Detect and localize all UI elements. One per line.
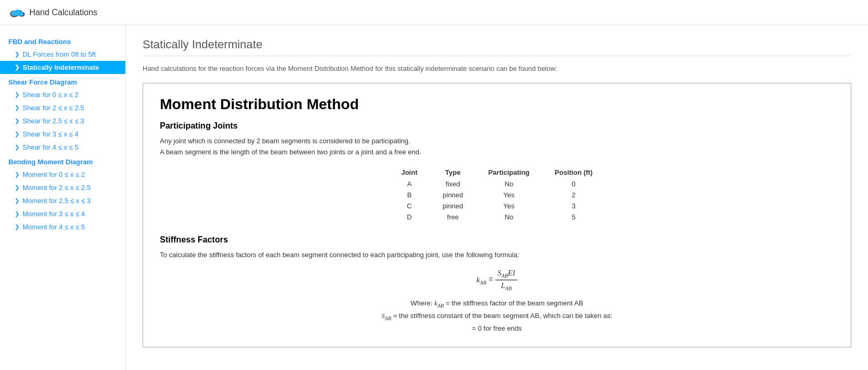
col-participating: Participating	[476, 166, 542, 178]
sidebar-item-moment-2.5-3[interactable]: ❯ Moment for 2.5 ≤ x ≤ 3	[0, 194, 125, 207]
chevron-icon: ❯	[15, 104, 19, 111]
logo-area: Hand Calculations	[8, 4, 97, 21]
stiffness-title: Stiffness Factors	[160, 235, 834, 245]
app-title: Hand Calculations	[29, 8, 97, 17]
col-type: Type	[430, 166, 476, 178]
skyciv-logo-icon	[8, 4, 25, 21]
stiffness-formula: kAB = SABEI LAB	[160, 269, 834, 291]
col-joint: Joint	[388, 166, 430, 178]
sidebar-item-shear-2-2.5[interactable]: ❯ Shear for 2 ≤ x ≤ 2.5	[0, 101, 125, 114]
chevron-icon: ❯	[15, 224, 19, 230]
sidebar-item-moment-4-5[interactable]: ❯ Moment for 4 ≤ x ≤ 5	[0, 220, 125, 234]
sidebar-item-shear-3-4[interactable]: ❯ Shear for 3 ≤ x ≤ 4	[0, 128, 125, 141]
sidebar-item-dl-forces[interactable]: ❯ DL Forces from 0ft to 5ft	[0, 48, 125, 61]
sidebar-section-shear[interactable]: Shear Force Diagram	[0, 74, 125, 88]
formula-description: Where: kAB = the stiffness factor of the…	[160, 298, 834, 334]
sidebar-item-moment-0-2[interactable]: ❯ Moment for 0 ≤ x ≤ 2	[0, 168, 125, 181]
stiffness-section: Stiffness Factors To calculate the stiff…	[160, 235, 834, 334]
sidebar-section-fbd[interactable]: FBD and Reactions	[0, 34, 125, 48]
content-box: Moment Distribution Method Participating…	[143, 83, 851, 347]
main-content: Statically Indeterminate Hand calculatio…	[126, 25, 868, 370]
stiffness-desc: To calculate the stiffness factors of ea…	[160, 250, 834, 261]
title-divider	[143, 56, 851, 56]
main-layout: FBD and Reactions ❯ DL Forces from 0ft t…	[0, 25, 868, 370]
chevron-icon: ❯	[15, 184, 19, 191]
joints-table: Joint Type Participating Position (ft) A…	[388, 166, 605, 223]
table-row: A fixed No 0	[388, 178, 605, 189]
mdm-title: Moment Distribution Method	[160, 96, 834, 113]
table-row: B pinned Yes 2	[388, 189, 605, 200]
chevron-icon: ❯	[15, 118, 19, 124]
sidebar-item-moment-3-4[interactable]: ❯ Moment for 3 ≤ x ≤ 4	[0, 207, 125, 220]
page-title: Statically Indeterminate	[143, 38, 851, 51]
col-position: Position (ft)	[542, 166, 605, 178]
svg-rect-7	[12, 13, 21, 15]
chevron-icon-active: ❯	[15, 64, 19, 71]
participating-joints-desc: Any joint which is connected by 2 beam s…	[160, 136, 834, 158]
chevron-icon: ❯	[15, 51, 19, 58]
sidebar-item-shear-2.5-3[interactable]: ❯ Shear for 2.5 ≤ x ≤ 3	[0, 114, 125, 128]
sidebar-item-shear-0-2[interactable]: ❯ Shear for 0 ≤ x ≤ 2	[0, 88, 125, 101]
sidebar-item-shear-4-5[interactable]: ❯ Shear for 4 ≤ x ≤ 5	[0, 141, 125, 154]
chevron-icon: ❯	[15, 91, 19, 98]
sidebar-item-moment-2-2.5[interactable]: ❯ Moment for 2 ≤ x ≤ 2.5	[0, 181, 125, 194]
intro-text: Hand calculations for the reaction force…	[143, 65, 851, 72]
chevron-icon: ❯	[15, 131, 19, 138]
chevron-icon: ❯	[15, 210, 19, 217]
table-row: D free No 5	[388, 212, 605, 223]
chevron-icon: ❯	[15, 171, 19, 178]
chevron-icon: ❯	[15, 197, 19, 204]
sidebar-section-bending[interactable]: Bending Moment Diagram	[0, 154, 125, 168]
table-row: C pinned Yes 3	[388, 200, 605, 212]
sidebar-item-statically-indeterminate[interactable]: ❯ Statically Indeterminate	[0, 61, 125, 74]
app-header: Hand Calculations	[0, 0, 868, 25]
chevron-icon: ❯	[15, 144, 19, 151]
sidebar: FBD and Reactions ❯ DL Forces from 0ft t…	[0, 25, 126, 370]
participating-joints-title: Participating Joints	[160, 121, 834, 131]
